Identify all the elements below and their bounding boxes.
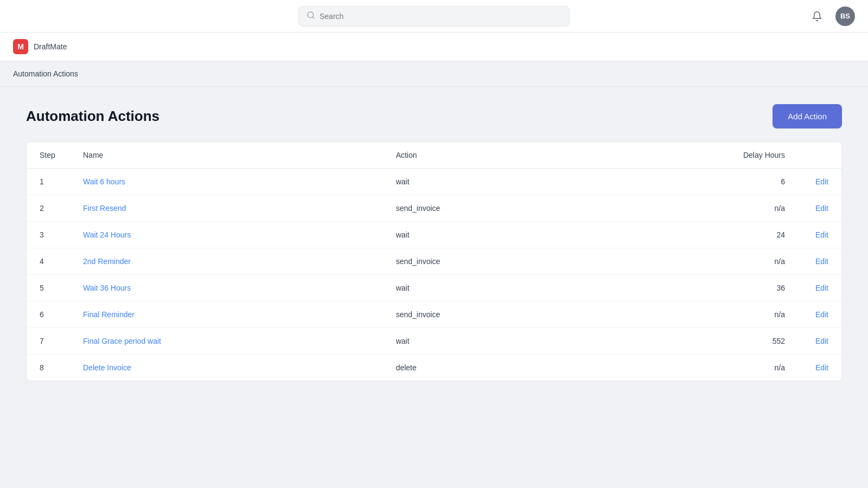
cell-edit: Edit [798,355,841,381]
table-row: 2 First Resend send_invoice n/a Edit [27,195,841,222]
add-action-button[interactable]: Add Action [773,104,842,129]
cell-action: wait [383,222,595,248]
cell-step: 4 [27,248,70,275]
cell-name[interactable]: Final Grace period wait [70,328,383,355]
cell-name[interactable]: Wait 36 Hours [70,275,383,301]
cell-name[interactable]: Final Reminder [70,301,383,328]
notification-button[interactable] [807,7,827,26]
col-header-edit [798,142,841,169]
cell-step: 6 [27,301,70,328]
col-header-action: Action [383,142,595,169]
svg-line-1 [312,17,314,18]
cell-step: 7 [27,328,70,355]
nav-right: BS [807,7,855,26]
table-body: 1 Wait 6 hours wait 6 Edit 2 First Resen… [27,169,841,381]
cell-edit: Edit [798,248,841,275]
cell-delay: n/a [594,248,798,275]
cell-action: send_invoice [383,248,595,275]
cell-delay: n/a [594,301,798,328]
table-row: 1 Wait 6 hours wait 6 Edit [27,169,841,195]
cell-edit: Edit [798,328,841,355]
search-bar-wrapper [298,6,570,27]
cell-edit: Edit [798,169,841,195]
brand-logo: M [13,39,28,54]
table-row: 6 Final Reminder send_invoice n/a Edit [27,301,841,328]
content-header: Automation Actions Add Action [26,104,842,129]
main-content: Automation Actions Add Action Step Name … [0,87,868,488]
cell-action: wait [383,275,595,301]
table-container: Step Name Action Delay Hours 1 Wait 6 ho… [26,142,842,381]
cell-name[interactable]: First Resend [70,195,383,222]
cell-delay: 24 [594,222,798,248]
cell-step: 3 [27,222,70,248]
cell-action: send_invoice [383,301,595,328]
cell-name[interactable]: Delete Invoice [70,355,383,381]
col-header-name: Name [70,142,383,169]
cell-action: delete [383,355,595,381]
breadcrumb-bar: M DraftMate [0,33,868,61]
cell-action: wait [383,169,595,195]
search-icon [307,11,315,22]
table-row: 8 Delete Invoice delete n/a Edit [27,355,841,381]
table-row: 5 Wait 36 Hours wait 36 Edit [27,275,841,301]
col-header-step: Step [27,142,70,169]
edit-button[interactable]: Edit [815,363,828,372]
brand-name: DraftMate [34,42,67,51]
page-title: Automation Actions [26,108,159,125]
sub-breadcrumb-text: Automation Actions [13,69,78,78]
cell-edit: Edit [798,195,841,222]
cell-delay: 552 [594,328,798,355]
col-header-delay: Delay Hours [594,142,798,169]
cell-step: 2 [27,195,70,222]
search-bar [298,6,570,27]
cell-delay: n/a [594,355,798,381]
cell-step: 8 [27,355,70,381]
sub-breadcrumb: Automation Actions [0,61,868,87]
table-row: 4 2nd Reminder send_invoice n/a Edit [27,248,841,275]
edit-button[interactable]: Edit [815,204,828,213]
edit-button[interactable]: Edit [815,230,828,239]
cell-edit: Edit [798,275,841,301]
table-header: Step Name Action Delay Hours [27,142,841,169]
bell-icon [812,11,822,22]
cell-delay: 6 [594,169,798,195]
table-row: 7 Final Grace period wait wait 552 Edit [27,328,841,355]
cell-name[interactable]: 2nd Reminder [70,248,383,275]
cell-step: 5 [27,275,70,301]
cell-name[interactable]: Wait 24 Hours [70,222,383,248]
cell-edit: Edit [798,222,841,248]
cell-action: send_invoice [383,195,595,222]
search-input[interactable] [320,12,561,21]
cell-delay: n/a [594,195,798,222]
cell-delay: 36 [594,275,798,301]
edit-button[interactable]: Edit [815,177,828,186]
cell-step: 1 [27,169,70,195]
automation-table: Step Name Action Delay Hours 1 Wait 6 ho… [27,142,841,381]
edit-button[interactable]: Edit [815,337,828,345]
edit-button[interactable]: Edit [815,284,828,292]
cell-edit: Edit [798,301,841,328]
cell-name[interactable]: Wait 6 hours [70,169,383,195]
cell-action: wait [383,328,595,355]
edit-button[interactable]: Edit [815,257,828,266]
table-row: 3 Wait 24 Hours wait 24 Edit [27,222,841,248]
top-nav: BS [0,0,868,33]
edit-button[interactable]: Edit [815,310,828,319]
avatar[interactable]: BS [835,7,855,26]
